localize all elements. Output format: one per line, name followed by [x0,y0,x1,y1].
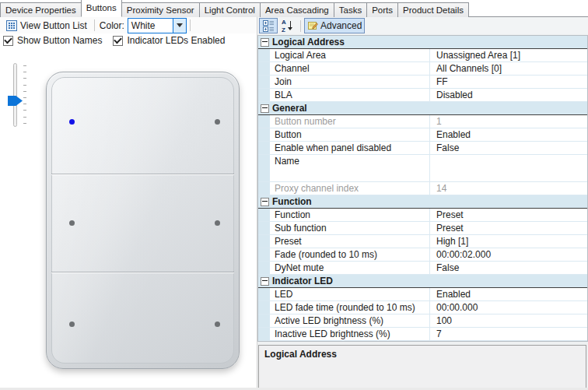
collapse-icon[interactable] [261,277,269,286]
property-toolbar: AZ Advanced [257,17,588,34]
category-row-logical-address[interactable]: Logical Address [258,36,587,49]
keypad-panel-image [46,72,240,369]
property-name: Channel [270,62,429,75]
row-indent [258,262,270,274]
property-value[interactable]: 00:00:02.000 [429,248,587,261]
property-value[interactable]: FF [429,76,587,88]
property-value[interactable]: Disabled [429,89,587,101]
property-value[interactable]: Preset [429,222,587,234]
row-indent [258,115,270,128]
row-indent [258,182,270,195]
property-name: Preset [270,235,429,248]
property-row-fade-rounded-to-10-ms[interactable]: Fade (rounded to 10 ms)00:00:02.000 [258,248,587,262]
property-name: Sub function [270,222,429,234]
property-value[interactable]: 100 [429,314,587,327]
toolbar-separator [94,19,95,31]
zoom-slider-thumb[interactable] [8,96,23,106]
property-row-enable-when-panel-disabled[interactable]: Enable when panel disabledFalse [258,142,587,155]
color-select[interactable]: White [128,18,187,33]
collapse-icon[interactable] [261,38,269,47]
slider-tick [23,110,26,111]
property-name: Join [270,76,429,88]
property-value[interactable] [429,155,587,181]
advanced-label: Advanced [320,20,362,31]
view-button-list-button[interactable]: View Button List [2,18,91,33]
keypad-led-4 [215,220,220,226]
property-value[interactable]: Unassigned Area [1] [429,49,587,61]
category-row-indicator-led[interactable]: Indicator LED [258,275,587,288]
keypad-button-3[interactable] [47,174,143,272]
property-value[interactable]: Enabled [429,288,587,300]
keypad-button-2[interactable] [143,72,240,174]
keypad-button-1[interactable] [47,72,143,174]
property-row-led-fade-time-rounded-to-10-ms[interactable]: LED fade time (rounded to 10 ms)00:00.00… [258,301,587,314]
row-indent [258,222,270,234]
property-description-box: Logical Address [258,345,586,388]
collapse-icon[interactable] [261,198,269,206]
sort-alphabetical-button[interactable]: AZ [278,18,297,33]
keypad-led-3 [69,220,75,226]
property-row-sub-function[interactable]: Sub functionPreset [258,222,587,235]
slider-tick [23,104,26,104]
row-indent [258,62,270,75]
category-label: Function [271,196,312,207]
view-button-list-label: View Button List [20,20,87,31]
tab-light-control[interactable]: Light Control [199,2,261,17]
tab-proximity-sensor[interactable]: Proximity Sensor [121,2,200,17]
tab-tasks[interactable]: Tasks [334,2,367,17]
property-value[interactable]: High [1] [429,235,587,248]
collapse-icon[interactable] [261,104,269,113]
keypad-led-1 [69,119,75,125]
buttons-options-row: Show Button Names Indicator LEDs Enabled [0,33,257,47]
advanced-note-pencil-icon [307,20,318,31]
property-row-name[interactable]: Name [258,155,587,182]
property-value[interactable]: 7 [429,328,587,340]
zoom-slider-track[interactable] [13,63,17,127]
property-row-logical-area[interactable]: Logical AreaUnassigned Area [1] [258,49,587,62]
property-name: Active LED brightness (%) [270,314,429,327]
description-title: Logical Address [264,349,580,360]
property-row-inactive-led-brightness[interactable]: Inactive LED brightness (%)7 [258,328,587,341]
property-value[interactable]: All Channels [0] [429,62,587,75]
property-name: Function [270,209,429,221]
property-row-dynet-mute[interactable]: DyNet muteFalse [258,262,587,275]
property-row-bla[interactable]: BLADisabled [258,89,587,102]
property-name: Logical Area [270,49,429,61]
advanced-button[interactable]: Advanced [304,18,365,33]
button-list-icon [6,20,17,31]
tab-product-details[interactable]: Product Details [397,2,469,17]
property-row-button[interactable]: ButtonEnabled [258,128,587,142]
property-value[interactable]: 1 [429,115,587,128]
property-row-function[interactable]: FunctionPreset [258,209,587,222]
indicator-leds-enabled-checkbox[interactable]: Indicator LEDs Enabled [113,35,225,46]
show-button-names-checkbox[interactable]: Show Button Names [3,35,102,46]
property-name: BLA [270,89,429,101]
tab-device-properties[interactable]: Device Properties [0,2,82,17]
property-value[interactable]: Preset [429,209,587,221]
property-value[interactable]: Enabled [429,128,587,141]
keypad-button-5[interactable] [47,272,143,370]
property-value[interactable]: False [429,262,587,274]
category-row-function[interactable]: Function [258,195,587,209]
keypad-button-4[interactable] [143,174,240,272]
property-row-preset[interactable]: PresetHigh [1] [258,235,587,248]
property-value[interactable]: False [429,142,587,154]
property-row-proxy-channel-index[interactable]: Proxy channel index14 [258,182,587,195]
property-value[interactable]: 14 [429,182,587,195]
toolbar-separator [190,19,191,31]
property-row-channel[interactable]: ChannelAll Channels [0] [258,62,587,76]
categorized-view-button[interactable] [259,18,278,33]
category-row-general[interactable]: General [258,102,587,115]
tab-buttons[interactable]: Buttons [81,0,122,17]
tab-area-cascading[interactable]: Area Cascading [260,2,334,17]
tab-ports[interactable]: Ports [366,2,398,17]
chevron-down-icon[interactable] [173,19,186,33]
keypad-button-6[interactable] [143,272,240,370]
property-row-active-led-brightness[interactable]: Active LED brightness (%)100 [258,314,587,328]
property-value[interactable]: 00:00.000 [429,301,587,314]
property-name: DyNet mute [270,262,429,274]
property-row-button-number[interactable]: Button number1 [258,115,587,128]
property-row-led[interactable]: LEDEnabled [258,288,587,301]
property-row-join[interactable]: JoinFF [258,76,587,89]
buttons-tab-panel: View Button List Color: White Show Butto… [0,17,257,390]
